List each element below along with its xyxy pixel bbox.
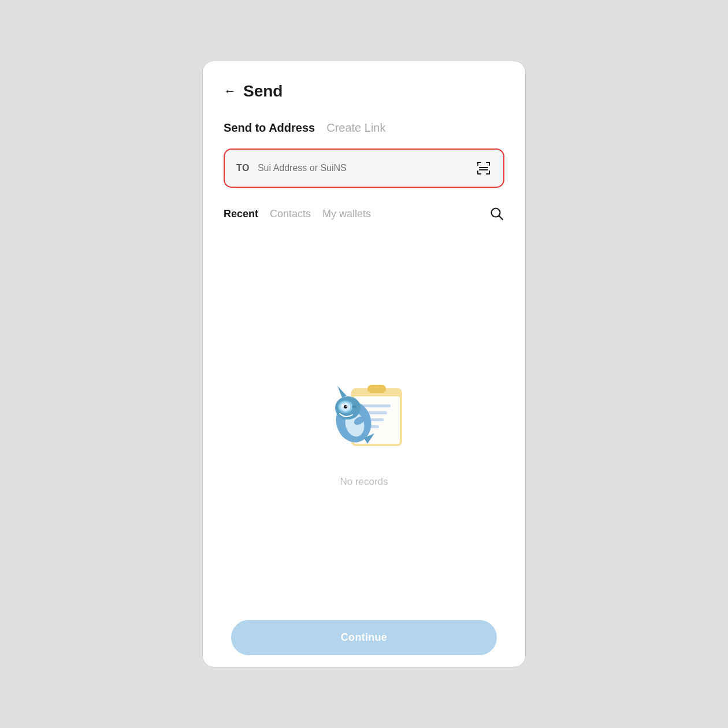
address-input-box[interactable]: TO xyxy=(224,148,504,188)
svg-rect-1 xyxy=(477,162,478,166)
filter-tab-my-wallets[interactable]: My wallets xyxy=(322,208,371,220)
tab-create-link[interactable]: Create Link xyxy=(326,121,385,135)
svg-point-27 xyxy=(344,405,347,408)
svg-rect-3 xyxy=(489,162,490,166)
mascot-illustration xyxy=(312,358,416,462)
svg-rect-9 xyxy=(479,169,488,170)
footer: Continue xyxy=(203,620,525,667)
svg-line-11 xyxy=(499,216,503,220)
filter-tab-contacts[interactable]: Contacts xyxy=(270,208,311,220)
svg-point-28 xyxy=(346,406,347,407)
svg-rect-8 xyxy=(479,167,488,168)
phone-frame: ← Send Send to Address Create Link TO xyxy=(202,61,526,667)
filter-row: Recent Contacts My wallets xyxy=(224,206,504,221)
scan-qr-icon[interactable] xyxy=(476,160,492,176)
svg-rect-14 xyxy=(367,385,386,393)
empty-state: No records xyxy=(224,237,504,597)
main-content: ← Send Send to Address Create Link TO xyxy=(203,61,525,620)
back-button[interactable]: ← xyxy=(224,85,236,98)
page-title: Send xyxy=(243,82,283,101)
svg-rect-5 xyxy=(477,170,478,174)
svg-rect-26 xyxy=(352,406,356,408)
address-input[interactable] xyxy=(258,163,467,173)
tabs-row: Send to Address Create Link xyxy=(224,121,504,135)
no-records-label: No records xyxy=(340,476,388,488)
svg-marker-29 xyxy=(337,386,347,398)
svg-rect-7 xyxy=(489,170,490,174)
filter-tab-recent[interactable]: Recent xyxy=(224,208,258,220)
continue-button[interactable]: Continue xyxy=(231,620,497,655)
header: ← Send xyxy=(224,82,504,101)
to-label: TO xyxy=(236,163,250,173)
search-button[interactable] xyxy=(489,206,504,221)
tab-send-to-address[interactable]: Send to Address xyxy=(224,121,315,135)
